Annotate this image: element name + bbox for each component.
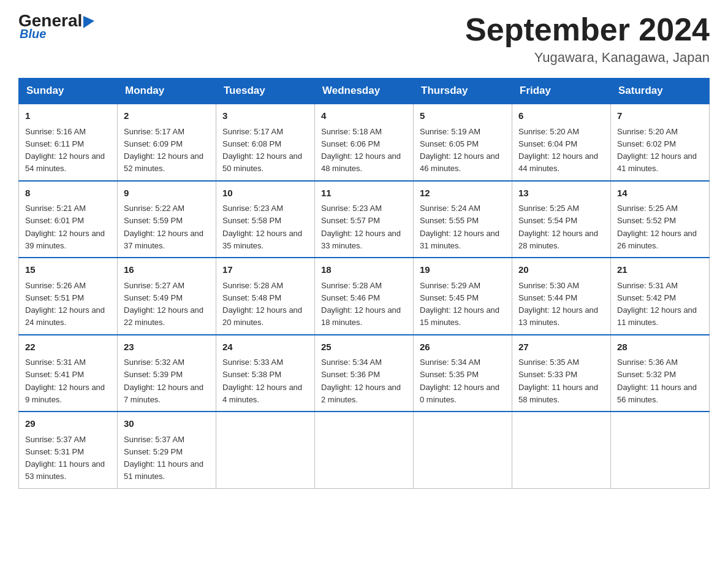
day-info: Sunrise: 5:28 AMSunset: 5:46 PMDaylight:… xyxy=(321,281,401,327)
day-number: 21 xyxy=(617,263,703,277)
day-number: 1 xyxy=(25,109,111,123)
day-number: 26 xyxy=(420,340,506,354)
day-number: 29 xyxy=(25,417,111,431)
weekday-header-monday: Monday xyxy=(118,79,216,104)
day-number: 25 xyxy=(321,340,407,354)
svg-marker-0 xyxy=(83,16,94,28)
calendar-cell: 25 Sunrise: 5:34 AMSunset: 5:36 PMDaylig… xyxy=(315,335,414,412)
weekday-header-wednesday: Wednesday xyxy=(315,79,414,104)
day-info: Sunrise: 5:37 AMSunset: 5:31 PMDaylight:… xyxy=(25,435,105,481)
calendar-cell: 18 Sunrise: 5:28 AMSunset: 5:46 PMDaylig… xyxy=(315,258,414,335)
calendar-week-3: 15 Sunrise: 5:26 AMSunset: 5:51 PMDaylig… xyxy=(19,258,710,335)
day-info: Sunrise: 5:30 AMSunset: 5:44 PMDaylight:… xyxy=(518,281,598,327)
calendar-cell: 2 Sunrise: 5:17 AMSunset: 6:09 PMDayligh… xyxy=(118,104,216,181)
day-number: 7 xyxy=(617,109,703,123)
calendar-cell: 27 Sunrise: 5:35 AMSunset: 5:33 PMDaylig… xyxy=(512,335,611,412)
day-info: Sunrise: 5:17 AMSunset: 6:09 PMDaylight:… xyxy=(124,127,203,174)
day-number: 20 xyxy=(518,263,604,277)
calendar-cell: 19 Sunrise: 5:29 AMSunset: 5:45 PMDaylig… xyxy=(414,258,512,335)
calendar-cell: 4 Sunrise: 5:18 AMSunset: 6:06 PMDayligh… xyxy=(315,104,414,181)
day-info: Sunrise: 5:16 AMSunset: 6:11 PMDaylight:… xyxy=(25,127,105,174)
day-info: Sunrise: 5:22 AMSunset: 5:59 PMDaylight:… xyxy=(124,204,203,250)
day-number: 4 xyxy=(321,109,407,123)
calendar-cell: 10 Sunrise: 5:23 AMSunset: 5:58 PMDaylig… xyxy=(216,181,315,258)
calendar-cell: 1 Sunrise: 5:16 AMSunset: 6:11 PMDayligh… xyxy=(19,104,118,181)
calendar-week-4: 22 Sunrise: 5:31 AMSunset: 5:41 PMDaylig… xyxy=(19,335,710,412)
day-info: Sunrise: 5:25 AMSunset: 5:54 PMDaylight:… xyxy=(518,204,598,250)
calendar-week-1: 1 Sunrise: 5:16 AMSunset: 6:11 PMDayligh… xyxy=(19,104,710,181)
calendar-cell: 15 Sunrise: 5:26 AMSunset: 5:51 PMDaylig… xyxy=(19,258,118,335)
logo: General Blue xyxy=(18,12,94,41)
day-info: Sunrise: 5:19 AMSunset: 6:05 PMDaylight:… xyxy=(420,127,499,174)
day-number: 15 xyxy=(25,263,111,277)
day-info: Sunrise: 5:28 AMSunset: 5:48 PMDaylight:… xyxy=(222,281,302,327)
calendar-cell: 5 Sunrise: 5:19 AMSunset: 6:05 PMDayligh… xyxy=(414,104,512,181)
day-number: 28 xyxy=(617,340,703,354)
title-area: September 2024 Yugawara, Kanagawa, Japan xyxy=(465,12,710,66)
day-info: Sunrise: 5:34 AMSunset: 5:36 PMDaylight:… xyxy=(321,358,401,404)
day-info: Sunrise: 5:21 AMSunset: 6:01 PMDaylight:… xyxy=(25,204,105,250)
day-number: 2 xyxy=(124,109,210,123)
day-number: 9 xyxy=(124,186,210,201)
day-info: Sunrise: 5:31 AMSunset: 5:42 PMDaylight:… xyxy=(617,281,697,327)
calendar-cell: 8 Sunrise: 5:21 AMSunset: 6:01 PMDayligh… xyxy=(19,181,118,258)
day-number: 14 xyxy=(617,186,703,201)
day-info: Sunrise: 5:29 AMSunset: 5:45 PMDaylight:… xyxy=(420,281,499,327)
calendar-cell: 11 Sunrise: 5:23 AMSunset: 5:57 PMDaylig… xyxy=(315,181,414,258)
day-number: 27 xyxy=(518,340,604,354)
day-number: 18 xyxy=(321,263,407,277)
day-info: Sunrise: 5:20 AMSunset: 6:04 PMDaylight:… xyxy=(518,127,598,174)
calendar-cell: 17 Sunrise: 5:28 AMSunset: 5:48 PMDaylig… xyxy=(216,258,315,335)
calendar-cell xyxy=(216,412,315,488)
day-info: Sunrise: 5:27 AMSunset: 5:49 PMDaylight:… xyxy=(124,281,203,327)
day-info: Sunrise: 5:20 AMSunset: 6:02 PMDaylight:… xyxy=(617,127,697,174)
calendar-cell: 20 Sunrise: 5:30 AMSunset: 5:44 PMDaylig… xyxy=(512,258,611,335)
calendar-cell: 6 Sunrise: 5:20 AMSunset: 6:04 PMDayligh… xyxy=(512,104,611,181)
day-number: 17 xyxy=(222,263,308,277)
calendar-table: SundayMondayTuesdayWednesdayThursdayFrid… xyxy=(18,78,710,489)
weekday-header-saturday: Saturday xyxy=(611,79,710,104)
calendar-cell xyxy=(315,412,414,488)
calendar-cell xyxy=(512,412,611,488)
day-info: Sunrise: 5:23 AMSunset: 5:58 PMDaylight:… xyxy=(222,204,302,250)
day-number: 23 xyxy=(124,340,210,354)
day-number: 16 xyxy=(124,263,210,277)
day-info: Sunrise: 5:31 AMSunset: 5:41 PMDaylight:… xyxy=(25,358,105,404)
day-number: 3 xyxy=(222,109,308,123)
day-info: Sunrise: 5:34 AMSunset: 5:35 PMDaylight:… xyxy=(420,358,499,404)
weekday-header-friday: Friday xyxy=(512,79,611,104)
calendar-cell: 24 Sunrise: 5:33 AMSunset: 5:38 PMDaylig… xyxy=(216,335,315,412)
calendar-cell: 12 Sunrise: 5:24 AMSunset: 5:55 PMDaylig… xyxy=(414,181,512,258)
page-header: General Blue September 2024 Yugawara, Ka… xyxy=(18,12,710,66)
calendar-cell: 16 Sunrise: 5:27 AMSunset: 5:49 PMDaylig… xyxy=(118,258,216,335)
calendar-cell xyxy=(611,412,710,488)
calendar-cell xyxy=(414,412,512,488)
calendar-cell: 3 Sunrise: 5:17 AMSunset: 6:08 PMDayligh… xyxy=(216,104,315,181)
day-info: Sunrise: 5:24 AMSunset: 5:55 PMDaylight:… xyxy=(420,204,499,250)
calendar-cell: 14 Sunrise: 5:25 AMSunset: 5:52 PMDaylig… xyxy=(611,181,710,258)
month-title: September 2024 xyxy=(465,12,710,47)
day-info: Sunrise: 5:18 AMSunset: 6:06 PMDaylight:… xyxy=(321,127,401,174)
day-info: Sunrise: 5:23 AMSunset: 5:57 PMDaylight:… xyxy=(321,204,401,250)
day-number: 24 xyxy=(222,340,308,354)
day-number: 6 xyxy=(518,109,604,123)
day-number: 8 xyxy=(25,186,111,201)
location-subtitle: Yugawara, Kanagawa, Japan xyxy=(465,50,710,66)
weekday-header-thursday: Thursday xyxy=(414,79,512,104)
logo-blue: Blue xyxy=(20,27,46,41)
day-number: 30 xyxy=(124,417,210,431)
day-number: 19 xyxy=(420,263,506,277)
day-info: Sunrise: 5:33 AMSunset: 5:38 PMDaylight:… xyxy=(222,358,302,404)
calendar-cell: 21 Sunrise: 5:31 AMSunset: 5:42 PMDaylig… xyxy=(611,258,710,335)
day-number: 11 xyxy=(321,186,407,201)
day-info: Sunrise: 5:37 AMSunset: 5:29 PMDaylight:… xyxy=(124,435,203,481)
calendar-week-2: 8 Sunrise: 5:21 AMSunset: 6:01 PMDayligh… xyxy=(19,181,710,258)
calendar-cell: 30 Sunrise: 5:37 AMSunset: 5:29 PMDaylig… xyxy=(118,412,216,488)
calendar-cell: 7 Sunrise: 5:20 AMSunset: 6:02 PMDayligh… xyxy=(611,104,710,181)
day-number: 22 xyxy=(25,340,111,354)
calendar-cell: 28 Sunrise: 5:36 AMSunset: 5:32 PMDaylig… xyxy=(611,335,710,412)
day-info: Sunrise: 5:17 AMSunset: 6:08 PMDaylight:… xyxy=(222,127,302,174)
calendar-cell: 26 Sunrise: 5:34 AMSunset: 5:35 PMDaylig… xyxy=(414,335,512,412)
calendar-cell: 13 Sunrise: 5:25 AMSunset: 5:54 PMDaylig… xyxy=(512,181,611,258)
day-number: 12 xyxy=(420,186,506,201)
